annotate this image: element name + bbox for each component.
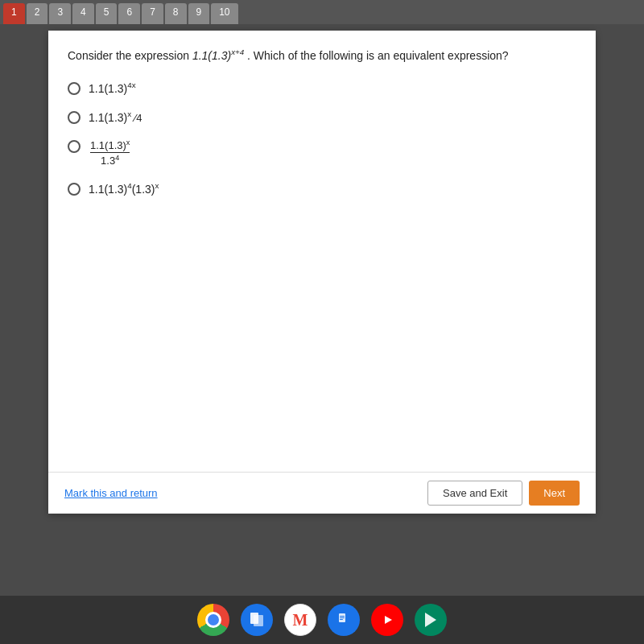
files-icon[interactable] [241,604,273,636]
tab-3[interactable]: 3 [49,3,71,24]
options-list: 1.1(1.3)4x 1.1(1.3)x ⁄4 1.1(1.3)x 1.34 [68,80,576,196]
option-d[interactable]: 1.1(1.3)4(1.3)x [68,181,576,196]
svg-rect-3 [340,616,345,617]
button-group: Save and Exit Next [427,481,580,506]
tab-2[interactable]: 2 [27,3,48,24]
option-b-label: 1.1(1.3)x ⁄4 [89,109,142,124]
taskbar: M [0,596,644,644]
radio-a[interactable] [68,82,80,95]
radio-c[interactable] [68,140,80,153]
radio-b[interactable] [68,111,80,124]
option-b[interactable]: 1.1(1.3)x ⁄4 [68,109,576,124]
mark-return-link[interactable]: Mark this and return [64,487,158,499]
question-text: Consider the expression 1.1(1.3)x+4 . Wh… [68,47,576,64]
option-a-label: 1.1(1.3)4x [89,80,136,95]
option-c-label: 1.1(1.3)x 1.34 [89,138,130,167]
youtube-icon[interactable] [371,604,403,636]
question-suffix: . Which of the following is an equivalen… [247,49,509,62]
save-exit-button[interactable]: Save and Exit [427,481,522,506]
tab-9[interactable]: 9 [188,3,210,24]
gmail-icon[interactable]: M [284,604,316,636]
option-c[interactable]: 1.1(1.3)x 1.34 [68,138,576,167]
tab-8[interactable]: 8 [165,3,187,24]
tab-6[interactable]: 6 [118,3,140,24]
option-d-label: 1.1(1.3)4(1.3)x [89,181,159,196]
gmail-m: M [293,611,308,630]
tab-1[interactable]: 1 [3,3,25,24]
next-button[interactable]: Next [529,481,580,506]
tab-10[interactable]: 10 [211,3,237,24]
question-prefix: Consider the expression [68,49,192,62]
docs-icon[interactable] [328,604,360,636]
tab-7[interactable]: 7 [142,3,163,24]
option-a[interactable]: 1.1(1.3)4x [68,80,576,95]
bottom-bar: Mark this and return Save and Exit Next [48,472,596,514]
tab-4[interactable]: 4 [72,3,94,24]
svg-rect-1 [254,615,263,626]
tab-5[interactable]: 5 [96,3,118,24]
radio-d[interactable] [68,183,80,196]
chrome-icon[interactable] [197,604,229,636]
tab-bar: 1 2 3 4 5 6 7 8 9 10 [0,0,644,24]
content-area: Consider the expression 1.1(1.3)x+4 . Wh… [48,31,596,489]
svg-rect-5 [340,619,343,620]
svg-rect-4 [340,617,345,618]
svg-marker-8 [425,613,436,627]
play-store-icon[interactable] [415,604,447,636]
question-expression: 1.1(1.3)x+4 [192,49,244,62]
question-card: Consider the expression 1.1(1.3)x+4 . Wh… [48,31,596,514]
